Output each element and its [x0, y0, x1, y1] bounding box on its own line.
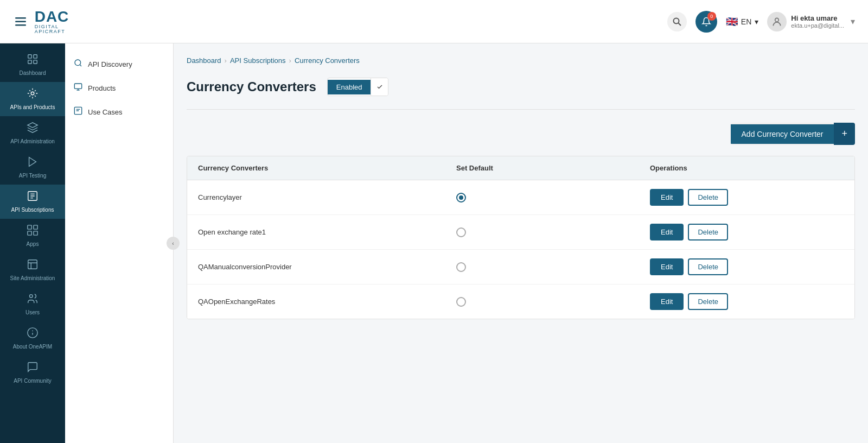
- table-row: Open exchange rate1 Edit Delete: [187, 215, 854, 250]
- table-row: Currencylayer Edit Delete: [187, 180, 854, 215]
- svg-point-22: [75, 60, 81, 66]
- svg-rect-13: [28, 225, 31, 229]
- add-button-row: Add Currency Converter +: [187, 123, 855, 145]
- nav-label-community: API Community: [14, 378, 51, 384]
- collapse-sidebar-button[interactable]: ‹: [167, 237, 180, 250]
- sidebar-item-products[interactable]: Products: [65, 76, 173, 100]
- logo-main: DAC: [35, 9, 78, 24]
- edit-button-4[interactable]: Edit: [650, 293, 684, 310]
- nav-item-dashboard[interactable]: Dashboard: [0, 48, 65, 82]
- page-title: Currency Converters: [187, 79, 316, 94]
- users-icon: [27, 293, 39, 307]
- edit-button-1[interactable]: Edit: [650, 189, 684, 206]
- hamburger-button[interactable]: [13, 12, 28, 31]
- toggle-enabled-label: Enabled: [328, 80, 371, 94]
- nav-label-apis-products: APIs and Products: [10, 104, 55, 111]
- dashboard-icon: [27, 53, 39, 68]
- nav-item-site-administration[interactable]: Site Administration: [0, 253, 65, 287]
- nav-item-about[interactable]: About OneAPIM: [0, 321, 65, 356]
- svg-marker-11: [29, 157, 36, 167]
- delete-button-3[interactable]: Delete: [688, 258, 728, 275]
- page-header: Currency Converters Enabled: [187, 78, 855, 96]
- breadcrumb-sep-2: ›: [289, 56, 291, 65]
- ops-col-1: Edit Delete: [650, 189, 844, 206]
- delete-button-1[interactable]: Delete: [688, 189, 728, 206]
- converter-name-4: QAOpenExchangeRates: [198, 298, 456, 306]
- logo: DAC DIGITAL APICRAFT: [35, 9, 78, 34]
- svg-rect-8: [28, 60, 31, 64]
- top-header: DAC DIGITAL APICRAFT 0 🇬🇧 EN ▾: [0, 0, 868, 43]
- language-label: EN: [741, 17, 751, 26]
- user-info[interactable]: Hi ekta umare ekta.u+pa@digital... ▾: [767, 12, 855, 31]
- logo-subtitle: DIGITAL APICRAFT: [35, 24, 78, 34]
- breadcrumb-current: Currency Converters: [295, 56, 360, 65]
- table-header: Currency Converters Set Default Operatio…: [187, 156, 854, 180]
- delete-button-4[interactable]: Delete: [688, 293, 728, 310]
- radio-button-4[interactable]: [456, 297, 466, 307]
- table-row: QAManualconversionProvider Edit Delete: [187, 250, 854, 284]
- col-header-default: Set Default: [456, 164, 650, 172]
- user-chevron-icon: ▾: [851, 16, 855, 27]
- breadcrumb-api-subscriptions[interactable]: API Subscriptions: [230, 56, 286, 65]
- nav-label-dashboard: Dashboard: [20, 70, 46, 77]
- nav-label-users: Users: [25, 309, 40, 316]
- breadcrumb: Dashboard › API Subscriptions › Currency…: [187, 56, 855, 65]
- svg-rect-1: [15, 21, 26, 22]
- edit-button-3[interactable]: Edit: [650, 258, 684, 275]
- svg-rect-0: [15, 17, 26, 19]
- svg-point-5: [775, 18, 779, 22]
- set-default-col-4: [456, 297, 650, 307]
- set-default-col-3: [456, 262, 650, 272]
- edit-button-2[interactable]: Edit: [650, 224, 684, 241]
- radio-button-1[interactable]: [456, 193, 466, 202]
- divider: [187, 109, 855, 110]
- nav-item-api-administration[interactable]: API Administration: [0, 116, 65, 150]
- svg-rect-14: [34, 225, 37, 229]
- use-cases-icon: [74, 106, 82, 117]
- nav-item-apps[interactable]: Apps: [0, 219, 65, 253]
- set-default-col-2: [456, 227, 650, 237]
- notifications-button[interactable]: 0: [695, 11, 717, 33]
- logo-area: DAC DIGITAL APICRAFT: [13, 9, 78, 34]
- delete-button-2[interactable]: Delete: [688, 224, 728, 241]
- converter-name-2: Open exchange rate1: [198, 228, 456, 236]
- left-nav: Dashboard APIs and Products API Administ…: [0, 43, 65, 443]
- sidebar-item-api-discovery[interactable]: API Discovery: [65, 52, 173, 76]
- svg-point-10: [31, 92, 34, 95]
- table-row: QAOpenExchangeRates Edit Delete: [187, 284, 854, 319]
- user-text: Hi ekta umare ekta.u+pa@digital...: [791, 14, 844, 29]
- svg-point-3: [673, 18, 679, 23]
- nav-item-api-testing[interactable]: API Testing: [0, 150, 65, 185]
- radio-button-2[interactable]: [456, 227, 466, 237]
- add-currency-converter-button[interactable]: Add Currency Converter +: [731, 123, 855, 145]
- col-header-name: Currency Converters: [198, 164, 456, 172]
- ops-col-3: Edit Delete: [650, 258, 844, 275]
- nav-item-apis-products[interactable]: APIs and Products: [0, 82, 65, 116]
- ops-col-2: Edit Delete: [650, 224, 844, 241]
- api-discovery-icon: [74, 59, 82, 69]
- breadcrumb-sep-1: ›: [225, 56, 227, 65]
- svg-rect-6: [28, 55, 31, 58]
- nav-label-api-subscriptions: API Subscriptions: [11, 207, 54, 213]
- user-name: Hi ekta umare: [791, 14, 844, 22]
- products-icon: [74, 83, 82, 93]
- add-button-label: Add Currency Converter: [731, 124, 834, 144]
- search-button[interactable]: [667, 12, 687, 31]
- nav-item-community[interactable]: API Community: [0, 356, 65, 390]
- breadcrumb-dashboard[interactable]: Dashboard: [187, 56, 221, 65]
- api-testing-icon: [27, 156, 39, 170]
- svg-rect-15: [28, 231, 31, 235]
- nav-label-api-testing: API Testing: [19, 173, 46, 179]
- radio-button-3[interactable]: [456, 262, 466, 272]
- sidebar-label-api-discovery: API Discovery: [88, 60, 132, 68]
- header-right: 0 🇬🇧 EN ▾ Hi ekta umare ekta.u+pa@digita…: [667, 11, 855, 33]
- toggle-slider[interactable]: [371, 78, 388, 96]
- content-area: Dashboard › API Subscriptions › Currency…: [174, 43, 868, 443]
- toggle-switch[interactable]: Enabled: [327, 78, 389, 96]
- sidebar-item-use-cases[interactable]: Use Cases: [65, 100, 173, 124]
- nav-item-api-subscriptions[interactable]: API Subscriptions: [0, 185, 65, 219]
- language-selector[interactable]: 🇬🇧 EN ▾: [726, 16, 758, 28]
- secondary-sidebar: ‹ API Discovery Products: [65, 43, 174, 443]
- svg-rect-17: [28, 260, 37, 269]
- nav-item-users[interactable]: Users: [0, 287, 65, 321]
